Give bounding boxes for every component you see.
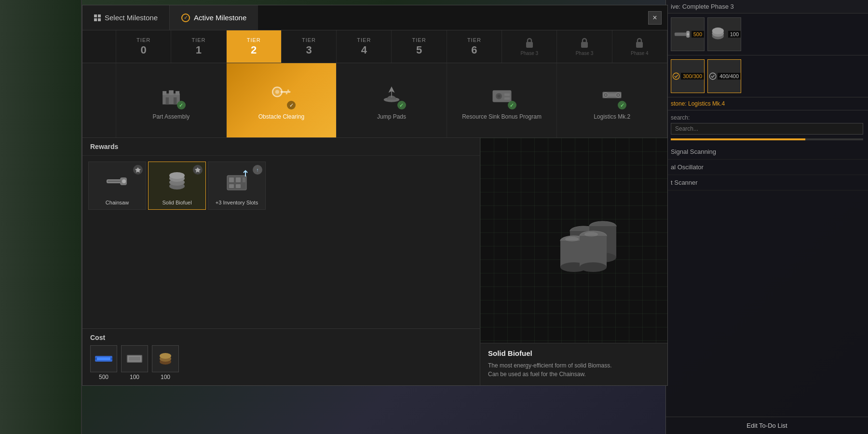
svg-rect-55 <box>110 358 112 360</box>
right-thumbnails: 500 100 <box>666 14 868 55</box>
tier-spacer <box>82 30 116 63</box>
tier-2-number: 2 <box>251 44 257 56</box>
thumb-count-1: 500 <box>692 31 704 38</box>
reward-chainsaw[interactable]: Chainsaw <box>88 162 146 210</box>
svg-point-26 <box>497 95 501 98</box>
inventory-reward-icon <box>223 168 250 195</box>
tier-6-button[interactable]: Tier 6 <box>447 30 502 63</box>
preview-item-desc: The most energy-efficient form of solid … <box>480 359 667 385</box>
cable-icon <box>93 348 114 369</box>
tier-0-button[interactable]: Tier 0 <box>116 30 171 63</box>
tier-2-button[interactable]: Tier 2 <box>227 30 282 63</box>
tier-4-button[interactable]: Tier 4 <box>337 30 392 63</box>
shape-badge-icon <box>135 167 141 173</box>
part-assembly-label: Part Assembly <box>152 113 190 121</box>
preview-item-name: Solid Biofuel <box>480 343 667 359</box>
inventory-reward-label: +3 Inventory Slots <box>216 200 258 205</box>
thumb-box-3[interactable]: 300/300 <box>671 59 705 93</box>
svg-rect-10 <box>636 42 643 48</box>
biofuel-reward-icon <box>163 168 190 195</box>
biomass-icon-box[interactable] <box>152 345 179 372</box>
tier-5-button[interactable]: Tier 5 <box>392 30 447 63</box>
biofuel-badge <box>193 165 203 175</box>
biofuel-reward-label: Solid Biofuel <box>162 200 191 205</box>
tier-2-label: Tier <box>247 37 261 43</box>
tier-5-number: 5 <box>416 44 422 56</box>
svg-rect-50 <box>236 184 241 188</box>
logistics-icon-wrap: ✓ <box>597 80 627 110</box>
tier-1-button[interactable]: Tier 1 <box>171 30 226 63</box>
chainsaw-reward-icon <box>104 168 131 195</box>
milestone-part-assembly[interactable]: ✓ Part Assembly <box>116 63 227 137</box>
milestone-resource-sink[interactable]: ✓ Resource Sink Bonus Program <box>447 63 557 137</box>
logistics-check: ✓ <box>618 101 626 109</box>
thumb-box-4[interactable]: 400/400 <box>707 59 741 93</box>
jump-pads-icon-wrap: ✓ <box>376 80 407 110</box>
thumb-item-3[interactable]: 300/300 <box>671 59 705 93</box>
tab-select-milestone[interactable]: Select Milestone <box>82 5 170 30</box>
biofuel-icon-wrap <box>163 167 191 196</box>
check-circle-icon: ✓ <box>181 14 190 22</box>
right-progress-fill <box>671 138 805 140</box>
tier-8-button[interactable]: Phase 3 <box>557 30 612 63</box>
iron-plate-icon-box[interactable] <box>121 345 148 372</box>
close-button[interactable]: × <box>648 11 662 25</box>
tier-5-label: Tier <box>412 37 426 43</box>
search-input[interactable] <box>671 123 863 135</box>
thumb-item-4[interactable]: 400/400 <box>707 59 741 93</box>
milestone-obstacle-clearing[interactable]: ✓ Obstacle Clearing <box>227 63 337 137</box>
inventory-icon-wrap <box>222 167 251 196</box>
thumb-count-3: 300/300 <box>681 73 704 80</box>
svg-point-7 <box>709 73 716 79</box>
right-list: Signal Scanning al Oscillator t Scanner <box>666 144 868 417</box>
grid-icon <box>94 14 101 21</box>
milestone-spacer <box>82 63 116 137</box>
svg-rect-47 <box>236 177 241 182</box>
tier-3-button[interactable]: Tier 3 <box>282 30 337 63</box>
thumb-box-2[interactable]: 100 <box>707 17 741 51</box>
lock-icon-8 <box>580 37 589 49</box>
svg-rect-12 <box>163 91 166 95</box>
svg-rect-13 <box>169 90 174 95</box>
tier-7-button[interactable]: Phase 3 <box>502 30 557 63</box>
part-assembly-icon-wrap: ✓ <box>156 80 187 110</box>
svg-marker-40 <box>195 167 201 173</box>
reward-inventory-slots[interactable]: ↑ +3 Inventory Slots <box>208 162 266 210</box>
cost-items: 500 100 <box>90 345 472 380</box>
list-item-al-oscillator[interactable]: al Oscillator <box>666 160 868 175</box>
tier-row: Tier 0 Tier 1 Tier 2 Tier 3 Tier 4 Tier … <box>82 30 667 63</box>
svg-point-61 <box>160 353 171 359</box>
tier-9-button[interactable]: Phase 4 <box>612 30 667 63</box>
thumb-box-1[interactable]: 500 <box>671 17 705 51</box>
edit-todo-button[interactable]: Edit To-Do List <box>666 417 868 434</box>
jump-pads-check: ✓ <box>397 101 406 109</box>
thumb-item-2[interactable]: 100 <box>707 17 741 51</box>
left-bg <box>0 0 82 434</box>
list-item-signal-scanning[interactable]: Signal Scanning <box>666 144 868 160</box>
milestone-window: Select Milestone ✓ Active Milestone × Ti… <box>82 5 668 386</box>
iron-plate-count: 100 <box>130 374 139 380</box>
right-search-area: search: <box>666 110 868 138</box>
inventory-badge: ↑ <box>253 165 262 175</box>
milestone-jump-pads[interactable]: ✓ Jump Pads <box>337 63 447 137</box>
thumb-count-4: 400/400 <box>718 73 741 80</box>
tier-3-number: 3 <box>306 44 312 56</box>
svg-point-44 <box>169 172 185 179</box>
resource-sink-label: Resource Sink Bonus Program <box>462 113 542 121</box>
thumb-item-1[interactable]: 500 <box>671 17 705 51</box>
reward-solid-biofuel[interactable]: Solid Biofuel <box>148 162 206 210</box>
svg-rect-15 <box>165 97 169 105</box>
svg-rect-9 <box>581 42 588 48</box>
svg-point-6 <box>673 73 679 79</box>
tier-7-phase: Phase 3 <box>520 51 538 56</box>
cable-icon-box[interactable] <box>90 345 117 372</box>
right-milestone-label: stone: Logistics Mk.4 <box>666 97 868 110</box>
milestone-logistics-mk2[interactable]: ✓ Logistics Mk.2 <box>557 63 667 137</box>
thumb-biofuel-icon <box>708 23 728 46</box>
obstacle-clearing-label: Obstacle Clearing <box>258 113 304 121</box>
tab-active-milestone[interactable]: ✓ Active Milestone <box>170 5 258 30</box>
list-item-t-scanner[interactable]: t Scanner <box>666 175 868 190</box>
rewards-header: Rewards <box>82 138 480 156</box>
title-bar: Select Milestone ✓ Active Milestone × <box>82 5 667 30</box>
tier-8-phase: Phase 3 <box>576 51 594 56</box>
